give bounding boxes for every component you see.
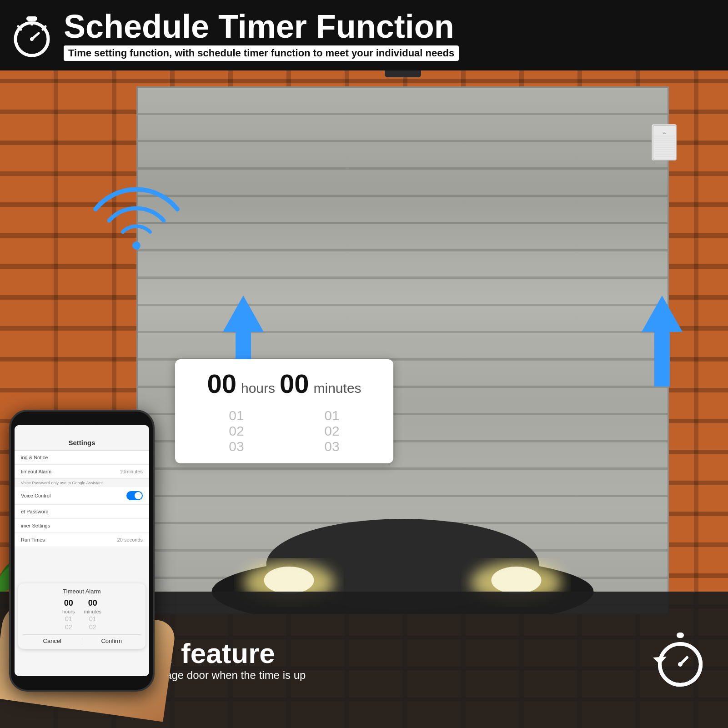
phone-popup-buttons: Cancel Confirm [23, 634, 141, 644]
settings-item-runtime: Run Times 20 seconds [15, 533, 149, 547]
svg-rect-27 [26, 16, 37, 21]
phone-confirm-button[interactable]: Confirm [82, 638, 141, 644]
svg-point-21 [264, 567, 314, 594]
svg-rect-35 [677, 633, 684, 638]
minutes-col-picker[interactable]: 01 02 03 [324, 408, 339, 454]
m-opt-3: 03 [324, 439, 339, 454]
svg-point-22 [492, 567, 542, 594]
time-picker-selected-row: 00 hours 00 minutes [189, 368, 380, 399]
header-bar: Schedule Timer Function Time setting fun… [0, 0, 728, 70]
phone-minutes-label: minutes [84, 609, 102, 614]
big-hours-unit: hours [241, 381, 275, 396]
phone-hours-value: 00 [64, 598, 73, 608]
phone-screen: Settings ing & Notice timeout Alarm 10mi… [15, 425, 149, 676]
time-picker-options: 01 02 03 01 02 03 [189, 408, 380, 454]
phone-notch [64, 412, 100, 423]
settings-note: Voice Password only use to Google Assist… [15, 479, 149, 487]
phone-m-row2: 02 [89, 623, 96, 631]
arrow-up-right [642, 296, 683, 387]
phone-hours-label: hours [62, 609, 75, 614]
timeout-popup-title: Timeout Alarm [23, 588, 141, 595]
svg-text:CE: CE [663, 131, 667, 134]
phone-minutes-value: 00 [88, 598, 97, 608]
big-minutes-value: 00 [280, 368, 309, 399]
phone-time-picker: 00 hours 01 02 00 minutes 01 02 [23, 598, 141, 631]
phone-body: Settings ing & Notice timeout Alarm 10mi… [9, 410, 155, 692]
phone-cancel-button[interactable]: Cancel [23, 638, 82, 644]
svg-marker-34 [653, 657, 667, 664]
phone-hours-col: 00 hours 01 02 [62, 598, 75, 631]
h-opt-2: 02 [229, 423, 244, 439]
h-opt-1: 01 [229, 408, 244, 423]
header-subtitle: Time setting function, with schedule tim… [64, 45, 459, 61]
phone-h-row1: 01 [65, 615, 72, 623]
header-timer-icon [9, 13, 55, 58]
svg-point-30 [30, 37, 34, 41]
settings-title: Settings [68, 439, 95, 447]
hours-col-picker[interactable]: 01 02 03 [229, 408, 244, 454]
time-picker-card: 00 hours 00 minutes 01 02 03 01 02 03 [175, 359, 393, 463]
timeout-popup: Timeout Alarm 00 hours 01 02 00 minutes … [18, 583, 146, 649]
svg-point-37 [678, 662, 683, 667]
settings-header: Settings [15, 425, 149, 451]
settings-item-timeout[interactable]: timeout Alarm 10minutes [15, 465, 149, 479]
m-opt-2: 02 [324, 423, 339, 439]
svg-marker-25 [642, 296, 683, 387]
big-minutes-unit: minutes [314, 381, 361, 396]
phone-h-row2: 02 [65, 623, 72, 631]
garage-side-device: CE [652, 124, 677, 161]
header-text: Schedule Timer Function Time setting fun… [64, 10, 459, 61]
settings-item-password: et Password [15, 505, 149, 519]
voice-control-toggle[interactable] [126, 491, 143, 500]
phone-mockup: Settings ing & Notice timeout Alarm 10mi… [9, 410, 155, 692]
header-title: Schedule Timer Function [64, 10, 459, 43]
svg-point-23 [132, 241, 141, 250]
settings-item-1: ing & Notice [15, 451, 149, 465]
wifi-signal [91, 182, 182, 256]
h-opt-3: 03 [229, 439, 244, 454]
settings-item-timer: imer Settings [15, 519, 149, 533]
phone-minutes-col: 00 minutes 01 02 [84, 598, 102, 631]
big-hours-value: 00 [207, 368, 236, 399]
garage-area: CE [114, 68, 692, 614]
countdown-timer-icon [651, 630, 710, 689]
phone-m-row1: 01 [89, 615, 96, 623]
m-opt-1: 01 [324, 408, 339, 423]
settings-item-voice[interactable]: Voice Control [15, 487, 149, 505]
